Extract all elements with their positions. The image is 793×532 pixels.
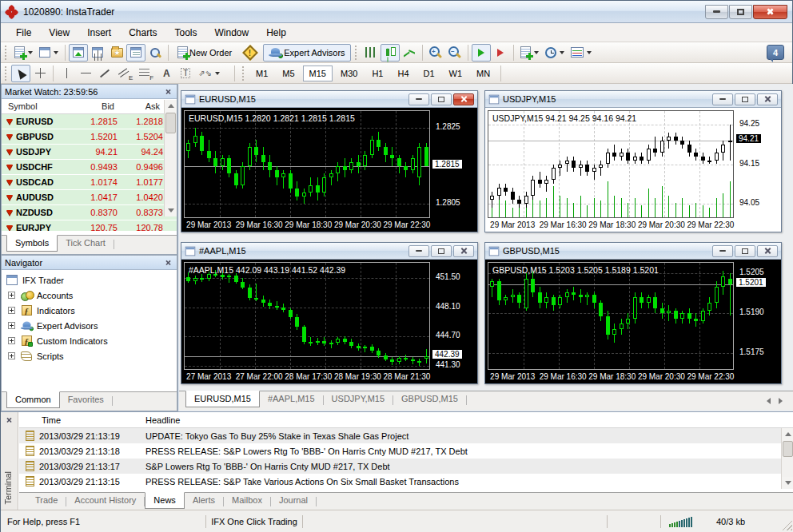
window-minimize-button[interactable]: [705, 5, 728, 19]
toolbar-grip[interactable]: [354, 46, 358, 60]
zoom-in-button[interactable]: +: [426, 44, 445, 62]
chart-minimize-button[interactable]: [712, 93, 733, 105]
resize-grip[interactable]: [782, 520, 792, 530]
fibonacci-tool[interactable]: F: [136, 65, 157, 82]
chart-window-aapl[interactable]: #AAPL,M15#AAPL,M15 442.09 443.19 441.52 …: [181, 242, 478, 384]
terminal-tab-news[interactable]: News: [145, 492, 185, 509]
timeframe-m15[interactable]: M15: [303, 66, 333, 81]
menu-help[interactable]: Help: [257, 24, 295, 42]
chart-minimize-button[interactable]: [408, 245, 429, 257]
market-watch-row-nzdusd[interactable]: NZDUSD0.83700.8373: [2, 205, 177, 220]
chart-window-titlebar[interactable]: USDJPY,M15: [485, 91, 781, 108]
timeframe-m1[interactable]: M1: [249, 66, 274, 81]
sidebar-item-indicators[interactable]: ƒIndicators: [2, 303, 177, 318]
market-watch-row-audusd[interactable]: AUDUSD1.04171.0420: [2, 190, 177, 205]
timeframe-mn[interactable]: MN: [470, 66, 496, 81]
alerts-warning-button[interactable]: !: [241, 44, 260, 62]
chart-restore-button[interactable]: [431, 245, 452, 257]
chart-window-eurusd[interactable]: EURUSD,M15EURUSD,M15 1.2820 1.2821 1.281…: [181, 90, 478, 232]
sidebar-item-accounts[interactable]: Accounts: [2, 288, 177, 303]
market-watch-close-icon[interactable]: [163, 86, 173, 97]
scroll-left-icon[interactable]: [767, 398, 771, 404]
timeframe-m30[interactable]: M30: [334, 66, 364, 81]
scroll-down-icon[interactable]: [165, 204, 177, 216]
indicators-menu-button[interactable]: [517, 44, 542, 62]
bar-chart-mode-button[interactable]: [361, 44, 381, 62]
chart-tab-eurusd-m15[interactable]: EURUSD,M15: [185, 391, 260, 407]
expand-icon[interactable]: [8, 337, 15, 344]
scroll-up-icon[interactable]: [782, 428, 793, 440]
scroll-right-icon[interactable]: [779, 398, 783, 404]
market-watch-scrollbar[interactable]: [164, 100, 177, 216]
timeframe-m5[interactable]: M5: [276, 66, 301, 81]
candlestick-mode-button[interactable]: [381, 44, 400, 62]
menu-tools[interactable]: Tools: [166, 24, 206, 42]
chart-plot[interactable]: USDJPY,M15 94.21 94.25 94.16 94.21: [488, 110, 734, 218]
chart-plot[interactable]: EURUSD,M15 1.2820 1.2821 1.2815 1.2815: [184, 110, 430, 218]
chart-close-button[interactable]: [453, 93, 474, 105]
toolbar-grip[interactable]: [241, 66, 245, 81]
chart-close-button[interactable]: [453, 245, 474, 257]
chart-restore-button[interactable]: [431, 93, 452, 105]
terminal-toggle[interactable]: [126, 44, 145, 62]
terminal-tab-account-history[interactable]: Account History: [66, 493, 144, 508]
tab-favorites[interactable]: Favorites: [60, 392, 112, 407]
terminal-tab-alerts[interactable]: Alerts: [185, 493, 223, 508]
tab-tick-chart[interactable]: Tick Chart: [58, 236, 114, 251]
terminal-tab-mailbox[interactable]: Mailbox: [224, 493, 270, 508]
strategy-tester-toggle[interactable]: [145, 44, 165, 62]
status-mode-text[interactable]: IFX One Click Trading: [206, 517, 302, 526]
timeframe-h4[interactable]: H4: [391, 66, 415, 81]
market-watch-row-eurusd[interactable]: EURUSD1.28151.2818: [2, 114, 177, 129]
sidebar-item-custom-indicators[interactable]: ƒCustom Indicators: [2, 333, 177, 348]
column-headline[interactable]: Headline: [145, 415, 180, 425]
new-order-button[interactable]: New Order: [172, 44, 237, 62]
chart-canvas-gbpusd[interactable]: GBPUSD,M15 1.5203 1.5205 1.5189 1.52011.…: [485, 260, 781, 383]
menu-charts[interactable]: Charts: [120, 24, 165, 42]
window-maximize-button[interactable]: [729, 5, 752, 19]
expert-advisors-button[interactable]: Expert Advisors: [263, 44, 350, 62]
sidebar-item-scripts[interactable]: Scripts: [2, 348, 177, 363]
market-watch-row-eurjpy[interactable]: EURJPY120.75120.78: [2, 220, 177, 231]
chart-minimize-button[interactable]: [408, 93, 429, 105]
trendline-tool[interactable]: [95, 65, 114, 82]
crosshair-tool-button[interactable]: [30, 65, 50, 82]
menu-view[interactable]: View: [40, 24, 78, 42]
vertical-line-tool[interactable]: [57, 65, 76, 82]
chart-canvas-eurusd[interactable]: EURUSD,M15 1.2820 1.2821 1.2815 1.28151.…: [181, 108, 477, 232]
cursor-tool-button[interactable]: [11, 65, 30, 82]
notifications-badge[interactable]: 4: [767, 45, 784, 60]
chart-canvas-aapl[interactable]: #AAPL,M15 442.09 443.19 441.52 442.39451…: [181, 260, 477, 383]
equidistant-channel-tool[interactable]: E: [114, 65, 136, 82]
expand-icon[interactable]: [8, 292, 15, 299]
periods-menu-button[interactable]: [542, 44, 568, 62]
scroll-thumb[interactable]: [165, 113, 176, 133]
column-symbol[interactable]: Symbol: [2, 101, 69, 111]
chart-restore-button[interactable]: [735, 245, 755, 257]
data-window-toggle[interactable]: [88, 44, 107, 62]
auto-scroll-toggle[interactable]: [472, 44, 491, 62]
timeframe-w1[interactable]: W1: [443, 66, 469, 81]
expand-icon[interactable]: [8, 307, 15, 314]
profiles-button[interactable]: [36, 44, 62, 62]
navigator-close-icon[interactable]: [163, 257, 173, 268]
chart-tab-aapl-m15[interactable]: #AAPL,M15: [260, 391, 323, 407]
scroll-thumb[interactable]: [783, 441, 793, 457]
menu-file[interactable]: File: [7, 24, 40, 42]
chart-restore-button[interactable]: [735, 93, 755, 105]
chart-window-titlebar[interactable]: GBPUSD,M15: [485, 243, 781, 260]
news-row[interactable]: 2013/03/29 21:13:17S&P Lowers Rtg To 'BB…: [19, 459, 793, 474]
news-row[interactable]: 2013/03/29 21:13:15PRESS RELEASE: S&P Ta…: [19, 474, 793, 489]
chart-window-gbpusd[interactable]: GBPUSD,M15GBPUSD,M15 1.5203 1.5205 1.518…: [484, 242, 782, 384]
column-ask[interactable]: Ask: [114, 101, 160, 111]
terminal-close-icon[interactable]: [4, 415, 14, 425]
window-close-button[interactable]: [753, 5, 787, 19]
terminal-tab-trade[interactable]: Trade: [27, 493, 66, 508]
chart-plot[interactable]: #AAPL,M15 442.09 443.19 441.52 442.39: [184, 262, 430, 370]
tab-common[interactable]: Common: [6, 391, 60, 408]
new-chart-button[interactable]: [11, 44, 36, 62]
arrows-tool-button[interactable]: ⇗⇘: [195, 65, 223, 82]
chart-close-button[interactable]: [757, 93, 778, 105]
line-chart-mode-button[interactable]: [400, 44, 419, 62]
timeframe-d1[interactable]: D1: [417, 66, 441, 81]
